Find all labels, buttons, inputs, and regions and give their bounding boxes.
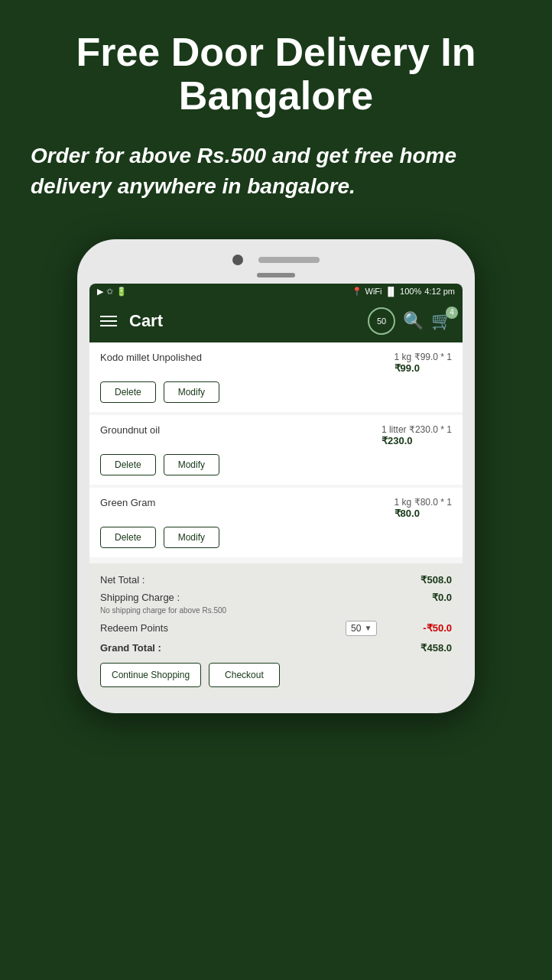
- app-header: Cart 50 🔍 🛒 4: [89, 300, 463, 342]
- modify-button[interactable]: Modify: [164, 527, 219, 548]
- net-total-value: ₹508.0: [420, 574, 452, 586]
- net-total-label: Net Total :: [100, 574, 144, 586]
- item-name: Green Gram: [100, 497, 155, 508]
- item-quantity-info: 1 kg ₹99.0 * 1: [395, 352, 452, 362]
- header-left: Cart: [100, 311, 163, 331]
- cart-item: Groundnut oil 1 litter ₹230.0 * 1 ₹230.0…: [89, 415, 463, 485]
- redeem-value: -₹50.0: [423, 622, 452, 634]
- modify-button[interactable]: Modify: [164, 381, 219, 403]
- item-total: ₹80.0: [395, 508, 452, 519]
- net-total-row: Net Total : ₹508.0: [100, 574, 452, 586]
- menu-button[interactable]: [100, 316, 117, 326]
- redeem-label: Redeem Points: [100, 622, 168, 634]
- item-price-group: 1 litter ₹230.0 * 1 ₹230.0: [382, 424, 452, 446]
- signal-icon: ▐▌: [385, 287, 398, 296]
- delete-button[interactable]: Delete: [100, 454, 156, 475]
- cart-button[interactable]: 🛒 4: [431, 311, 452, 331]
- phone-hardware-top: [89, 255, 463, 265]
- redeem-points-selector[interactable]: 50 ▼: [346, 621, 377, 636]
- hero-title: Free Door Delivery In Bangalore: [23, 31, 529, 118]
- item-name: Kodo millet Unpolished: [100, 352, 202, 363]
- phone-container: ▶ ✩ 🔋 📍 WiFi ▐▌ 100% 4:12 pm: [0, 239, 552, 744]
- coin-count: 50: [377, 316, 386, 326]
- item-name: Groundnut oil: [100, 424, 160, 436]
- grand-total-value: ₹458.0: [420, 642, 452, 654]
- phone-button: [257, 273, 295, 277]
- coin-badge[interactable]: 50: [368, 307, 395, 335]
- item-quantity-info: 1 litter ₹230.0 * 1: [382, 424, 452, 435]
- battery-icon: 🔋: [116, 287, 127, 297]
- item-quantity-info: 1 kg ₹80.0 * 1: [395, 497, 452, 508]
- shipping-row: Shipping Charge : ₹0.0: [100, 592, 452, 603]
- shipping-note-row: No shipping charge for above Rs.500: [100, 606, 452, 615]
- play-icon: ▶: [97, 287, 103, 297]
- item-total: ₹99.0: [395, 362, 452, 374]
- cart-count-badge: 4: [446, 307, 458, 319]
- grand-total-row: Grand Total : ₹458.0: [100, 642, 452, 654]
- redeem-points-value: 50: [351, 623, 361, 634]
- modify-button[interactable]: Modify: [164, 454, 219, 475]
- page-title: Cart: [129, 311, 163, 331]
- time-display: 4:12 pm: [424, 287, 455, 296]
- hero-section: Free Door Delivery In Bangalore Order fo…: [0, 0, 552, 216]
- battery-percent: 100%: [400, 287, 421, 296]
- hamburger-line: [100, 316, 117, 317]
- shipping-value: ₹0.0: [432, 592, 452, 603]
- header-icons: 50 🔍 🛒 4: [368, 307, 452, 335]
- item-buttons: Delete Modify: [100, 381, 452, 403]
- item-total: ₹230.0: [382, 435, 452, 446]
- phone-screen: ▶ ✩ 🔋 📍 WiFi ▐▌ 100% 4:12 pm: [89, 284, 463, 698]
- item-buttons: Delete Modify: [100, 454, 452, 475]
- location-icon: 📍: [352, 287, 362, 297]
- status-left: ▶ ✩ 🔋: [97, 287, 127, 297]
- search-button[interactable]: 🔍: [403, 311, 424, 331]
- redeem-row: Redeem Points 50 ▼ -₹50.0: [100, 621, 452, 636]
- cart-item-top: Green Gram 1 kg ₹80.0 * 1 ₹80.0: [100, 497, 452, 519]
- phone-frame: ▶ ✩ 🔋 📍 WiFi ▐▌ 100% 4:12 pm: [77, 239, 475, 713]
- status-bar: ▶ ✩ 🔋 📍 WiFi ▐▌ 100% 4:12 pm: [89, 284, 463, 300]
- hamburger-line: [100, 320, 117, 322]
- phone-camera: [232, 255, 243, 265]
- item-price-group: 1 kg ₹99.0 * 1 ₹99.0: [395, 352, 452, 374]
- grand-total-label: Grand Total :: [100, 642, 161, 654]
- hero-subtitle: Order for above Rs.500 and get free home…: [23, 141, 529, 200]
- delete-button[interactable]: Delete: [100, 381, 156, 403]
- star-icon: ✩: [106, 287, 113, 297]
- delete-button[interactable]: Delete: [100, 527, 156, 548]
- cart-action-buttons: Continue Shopping Checkout: [100, 663, 452, 687]
- cart-summary: Net Total : ₹508.0 Shipping Charge : ₹0.…: [89, 563, 463, 698]
- cart-item-top: Groundnut oil 1 litter ₹230.0 * 1 ₹230.0: [100, 424, 452, 446]
- shipping-label: Shipping Charge :: [100, 592, 180, 603]
- hamburger-line: [100, 325, 117, 326]
- item-price-group: 1 kg ₹80.0 * 1 ₹80.0: [395, 497, 452, 519]
- wifi-icon: WiFi: [365, 287, 382, 296]
- shipping-note-text: No shipping charge for above Rs.500: [100, 606, 226, 615]
- cart-item: Kodo millet Unpolished 1 kg ₹99.0 * 1 ₹9…: [89, 342, 463, 412]
- phone-speaker: [258, 257, 320, 263]
- dropdown-arrow-icon: ▼: [364, 624, 372, 632]
- cart-items-list: Kodo millet Unpolished 1 kg ₹99.0 * 1 ₹9…: [89, 342, 463, 557]
- status-right: 📍 WiFi ▐▌ 100% 4:12 pm: [352, 287, 455, 297]
- checkout-button[interactable]: Checkout: [209, 663, 280, 687]
- cart-item-top: Kodo millet Unpolished 1 kg ₹99.0 * 1 ₹9…: [100, 352, 452, 374]
- cart-item: Green Gram 1 kg ₹80.0 * 1 ₹80.0 Delete M…: [89, 488, 463, 557]
- continue-shopping-button[interactable]: Continue Shopping: [100, 663, 201, 687]
- item-buttons: Delete Modify: [100, 527, 452, 548]
